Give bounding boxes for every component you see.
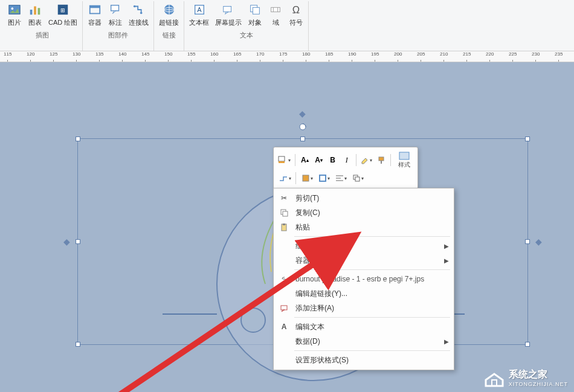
ruler-tick: 115: [4, 51, 11, 62]
svg-rect-39: [283, 223, 285, 225]
format-painter-button[interactable]: [375, 153, 387, 167]
menu-format-shape[interactable]: · 设置形状格式(S): [274, 353, 454, 367]
rotation-handle[interactable]: [299, 122, 306, 129]
menu-link-file[interactable]: burnout paradise - 1 - esrb e pegi 7+.jp…: [274, 272, 454, 286]
handle-bot-right[interactable]: [525, 342, 530, 347]
ribbon-hyperlink[interactable]: 超链接: [156, 1, 181, 28]
highlight-button[interactable]: ▾: [360, 153, 373, 167]
svg-text:⊞: ⊞: [60, 7, 65, 13]
ribbon-container[interactable]: 容器: [85, 1, 105, 28]
container-icon: [88, 2, 102, 17]
ribbon: 图片 图表 ⊞ CAD 绘图 插图 容器 标注 连: [0, 0, 574, 51]
ruler-tick: 135: [95, 51, 103, 62]
svg-rect-30: [381, 161, 382, 164]
ruler-tick: 230: [532, 51, 540, 62]
ribbon-screentip[interactable]: 屏幕提示: [213, 1, 244, 28]
ribbon-object[interactable]: 对象: [245, 1, 265, 28]
menu-add-annotation[interactable]: 添加注释(A): [274, 301, 454, 315]
ruler: 1151201251301351401451501551601651701751…: [0, 51, 574, 62]
ruler-tick: 150: [164, 51, 172, 62]
bold-button[interactable]: B: [327, 153, 338, 167]
handle-mid-right[interactable]: [525, 239, 530, 244]
svg-rect-2: [30, 10, 33, 14]
ribbon-picture[interactable]: 图片: [5, 1, 24, 28]
menu-edit-text[interactable]: A 编辑文本: [274, 320, 454, 334]
font-grow-button[interactable]: A▴: [299, 153, 311, 167]
handle-top-right[interactable]: [525, 137, 530, 141]
ruler-tick: 210: [440, 51, 448, 62]
align-arrow-left-icon: ◆: [63, 237, 70, 246]
chart-icon: [28, 2, 42, 17]
svg-rect-28: [279, 161, 285, 163]
submenu-arrow-icon: ▶: [444, 243, 449, 249]
handle-bot-left[interactable]: [76, 342, 80, 347]
handle-top-mid[interactable]: [300, 137, 305, 141]
menu-data[interactable]: · 数据(D) ▶: [274, 334, 454, 349]
svg-rect-8: [90, 6, 100, 8]
ruler-tick: 215: [463, 51, 471, 62]
svg-rect-37: [283, 211, 288, 216]
align-arrow-right-icon: ◆: [535, 237, 542, 246]
menu-cut[interactable]: ✂ 剪切(T): [274, 191, 454, 205]
ruler-tick: 145: [141, 51, 149, 62]
symbol-icon: Ω: [289, 2, 303, 17]
callout-icon: [108, 2, 123, 17]
align-button[interactable]: ▾: [334, 172, 348, 185]
ruler-tick: 220: [486, 51, 494, 62]
svg-text:Ω: Ω: [292, 4, 300, 15]
shape-outline-button[interactable]: ▾: [317, 172, 331, 185]
connector-icon: [132, 2, 146, 17]
menu-container[interactable]: · 容器(E) ▶: [274, 253, 454, 268]
ruler-tick: 205: [417, 51, 425, 62]
link-icon: [277, 275, 291, 283]
paste-icon: [277, 223, 291, 231]
annotation-icon: [277, 304, 291, 312]
ruler-tick: 185: [325, 51, 333, 62]
ribbon-callout[interactable]: 标注: [106, 1, 125, 28]
ribbon-chart[interactable]: 图表: [25, 1, 45, 28]
picture-icon: [7, 2, 22, 17]
hyperlink-icon: [162, 2, 176, 17]
svg-rect-31: [399, 152, 409, 159]
ribbon-group-text: A 文本框 屏幕提示 对象 域 Ω 符号 文本: [184, 1, 309, 51]
italic-button[interactable]: I: [341, 153, 352, 167]
ruler-tick: 120: [27, 51, 34, 62]
edit-text-icon: A: [277, 323, 291, 331]
shape-fill-button[interactable]: ▾: [300, 172, 314, 185]
ribbon-connector[interactable]: 连接线: [126, 1, 151, 28]
ribbon-textbox[interactable]: A 文本框: [187, 1, 211, 28]
canvas[interactable]: ◆ ◆ ◆ ▾ A▴ A▾ B I ▾ 样式: [0, 62, 574, 392]
svg-point-11: [140, 12, 143, 14]
svg-text:A: A: [197, 6, 202, 13]
ruler-tick: 225: [509, 51, 517, 62]
cut-icon: ✂: [277, 194, 291, 202]
line-style-button[interactable]: ▾: [277, 172, 292, 185]
ribbon-symbol[interactable]: Ω 符号: [286, 1, 306, 28]
menu-copy[interactable]: 复制(C): [274, 205, 454, 220]
svg-point-10: [134, 5, 136, 8]
ribbon-field[interactable]: 域: [266, 1, 285, 28]
font-shrink-button[interactable]: A▾: [313, 153, 324, 167]
ruler-tick: 165: [233, 51, 241, 62]
arrange-button[interactable]: ▾: [350, 172, 365, 185]
style-button[interactable]: 样式: [395, 151, 414, 169]
svg-rect-9: [111, 5, 119, 11]
menu-group[interactable]: · 组合(G) ▶: [274, 239, 454, 253]
watermark: 系统之家 XITONGZHIJIA.NET: [483, 368, 568, 387]
svg-rect-4: [38, 8, 40, 14]
svg-rect-29: [379, 157, 384, 161]
svg-rect-35: [355, 177, 360, 181]
fill-color-button[interactable]: ▾: [277, 153, 291, 167]
handle-mid-left[interactable]: [76, 239, 80, 244]
ribbon-cad[interactable]: ⊞ CAD 绘图: [46, 1, 80, 28]
cad-icon: ⊞: [56, 2, 70, 17]
ribbon-group-link: 超链接 链接: [154, 1, 184, 51]
ruler-tick: 180: [302, 51, 310, 62]
handle-top-left[interactable]: [76, 137, 80, 141]
ruler-tick: 235: [555, 51, 563, 62]
svg-rect-3: [34, 7, 36, 15]
ruler-tick: 170: [256, 51, 264, 62]
ruler-tick: 125: [50, 51, 57, 62]
menu-edit-link[interactable]: · 编辑超链接(Y)...: [274, 286, 454, 301]
menu-paste[interactable]: 粘贴: [274, 220, 454, 234]
